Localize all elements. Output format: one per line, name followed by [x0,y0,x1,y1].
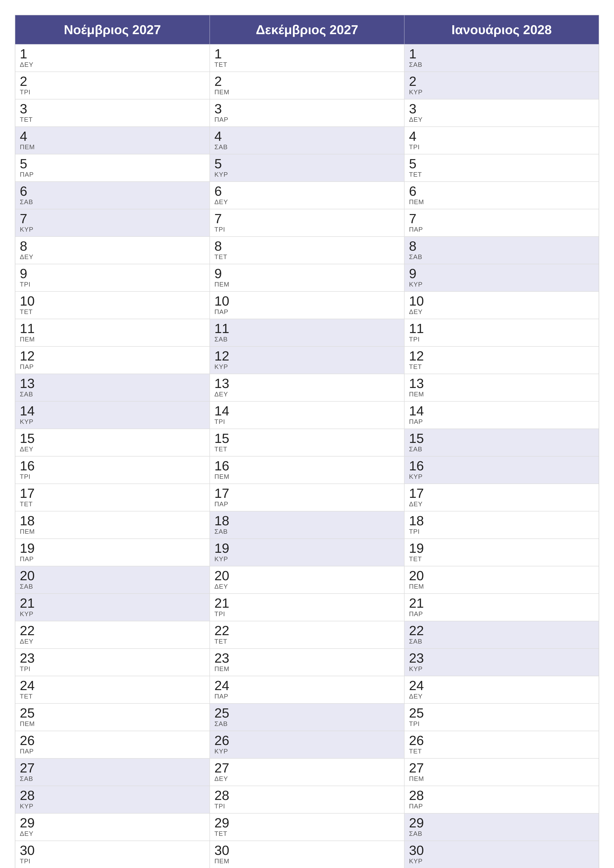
day-cell: 12ΠΑΡ [15,346,210,374]
day-cell: 21ΚΥΡ [15,594,210,621]
day-cell: 9ΠΕΜ [210,264,404,291]
day-cell: 17ΤΕΤ [15,484,210,511]
day-cell: 8ΤΕΤ [210,237,404,264]
day-cell: 15ΣΑΒ [404,429,599,456]
day-cell: 19ΤΕΤ [404,539,599,566]
day-cell: 10ΤΕΤ [15,291,210,319]
day-cell: 2ΤΡΙ [15,72,210,99]
day-cell: 24ΔΕΥ [404,676,599,704]
day-cell: 23ΠΕΜ [210,648,404,676]
day-cell: 17ΔΕΥ [404,484,599,511]
day-cell: 27ΔΕΥ [210,758,404,786]
day-cell: 8ΔΕΥ [15,237,210,264]
day-cell: 7ΤΡΙ [210,209,404,237]
day-cell: 4ΤΡΙ [404,127,599,154]
day-cell: 7ΚΥΡ [15,209,210,237]
day-cell: 19ΚΥΡ [210,539,404,566]
day-cell: 26ΚΥΡ [210,731,404,758]
day-cell: 30ΤΡΙ [15,841,210,868]
day-cell: 13ΔΕΥ [210,374,404,401]
day-cell: 4ΣΑΒ [210,127,404,154]
day-cell: 3ΠΑΡ [210,99,404,127]
day-cell: 30ΠΕΜ [210,841,404,868]
day-cell: 23ΤΡΙ [15,648,210,676]
day-cell: 5ΚΥΡ [210,154,404,181]
day-cell: 5ΠΑΡ [15,154,210,181]
day-cell: 21ΤΡΙ [210,594,404,621]
days-grid: 1ΔΕΥ1ΤΕΤ1ΣΑΒ2ΤΡΙ2ΠΕΜ2ΚΥΡ3ΤΕΤ3ΠΑΡ3ΔΕΥ4ΠΕΜ… [15,44,599,868]
day-cell: 8ΣΑΒ [404,237,599,264]
day-cell: 13ΠΕΜ [404,374,599,401]
day-cell: 6ΔΕΥ [210,181,404,209]
day-cell: 25ΠΕΜ [15,704,210,731]
day-cell: 11ΠΕΜ [15,319,210,346]
day-cell: 5ΤΕΤ [404,154,599,181]
day-cell: 29ΔΕΥ [15,813,210,841]
day-cell: 24ΠΑΡ [210,676,404,704]
day-cell: 6ΠΕΜ [404,181,599,209]
day-cell: 12ΤΕΤ [404,346,599,374]
day-cell: 14ΠΑΡ [404,401,599,429]
day-cell: 15ΔΕΥ [15,429,210,456]
day-cell: 17ΠΑΡ [210,484,404,511]
day-cell: 16ΠΕΜ [210,456,404,484]
day-cell: 26ΤΕΤ [404,731,599,758]
day-cell: 22ΤΕΤ [210,621,404,648]
day-cell: 12ΚΥΡ [210,346,404,374]
day-cell: 30ΚΥΡ [404,841,599,868]
day-cell: 1ΣΑΒ [404,44,599,72]
day-cell: 3ΤΕΤ [15,99,210,127]
day-cell: 16ΚΥΡ [404,456,599,484]
day-cell: 18ΤΡΙ [404,511,599,539]
day-cell: 19ΠΑΡ [15,539,210,566]
day-cell: 11ΤΡΙ [404,319,599,346]
calendar-container: Νοέμβριος 2027 Δεκέμβριος 2027 Ιανουάριο… [15,15,599,868]
day-cell: 18ΣΑΒ [210,511,404,539]
day-cell: 28ΚΥΡ [15,786,210,813]
day-cell: 25ΣΑΒ [210,704,404,731]
day-cell: 14ΚΥΡ [15,401,210,429]
month-headers: Νοέμβριος 2027 Δεκέμβριος 2027 Ιανουάριο… [15,15,599,44]
day-cell: 20ΣΑΒ [15,566,210,594]
day-cell: 1ΔΕΥ [15,44,210,72]
day-cell: 11ΣΑΒ [210,319,404,346]
day-cell: 9ΚΥΡ [404,264,599,291]
day-cell: 25ΤΡΙ [404,704,599,731]
day-cell: 20ΔΕΥ [210,566,404,594]
day-cell: 22ΣΑΒ [404,621,599,648]
month-header-november: Νοέμβριος 2027 [15,15,210,44]
day-cell: 3ΔΕΥ [404,99,599,127]
day-cell: 29ΣΑΒ [404,813,599,841]
day-cell: 26ΠΑΡ [15,731,210,758]
day-cell: 7ΠΑΡ [404,209,599,237]
day-cell: 2ΚΥΡ [404,72,599,99]
day-cell: 29ΤΕΤ [210,813,404,841]
day-cell: 9ΤΡΙ [15,264,210,291]
day-cell: 22ΔΕΥ [15,621,210,648]
month-header-december: Δεκέμβριος 2027 [210,15,404,44]
day-cell: 2ΠΕΜ [210,72,404,99]
day-cell: 4ΠΕΜ [15,127,210,154]
day-cell: 15ΤΕΤ [210,429,404,456]
day-cell: 20ΠΕΜ [404,566,599,594]
day-cell: 27ΠΕΜ [404,758,599,786]
day-cell: 10ΔΕΥ [404,291,599,319]
day-cell: 18ΠΕΜ [15,511,210,539]
day-cell: 1ΤΕΤ [210,44,404,72]
day-cell: 6ΣΑΒ [15,181,210,209]
day-cell: 27ΣΑΒ [15,758,210,786]
month-header-january: Ιανουάριος 2028 [404,15,599,44]
day-cell: 10ΠΑΡ [210,291,404,319]
day-cell: 16ΤΡΙ [15,456,210,484]
day-cell: 23ΚΥΡ [404,648,599,676]
day-cell: 21ΠΑΡ [404,594,599,621]
day-cell: 28ΤΡΙ [210,786,404,813]
day-cell: 28ΠΑΡ [404,786,599,813]
day-cell: 14ΤΡΙ [210,401,404,429]
day-cell: 24ΤΕΤ [15,676,210,704]
day-cell: 13ΣΑΒ [15,374,210,401]
